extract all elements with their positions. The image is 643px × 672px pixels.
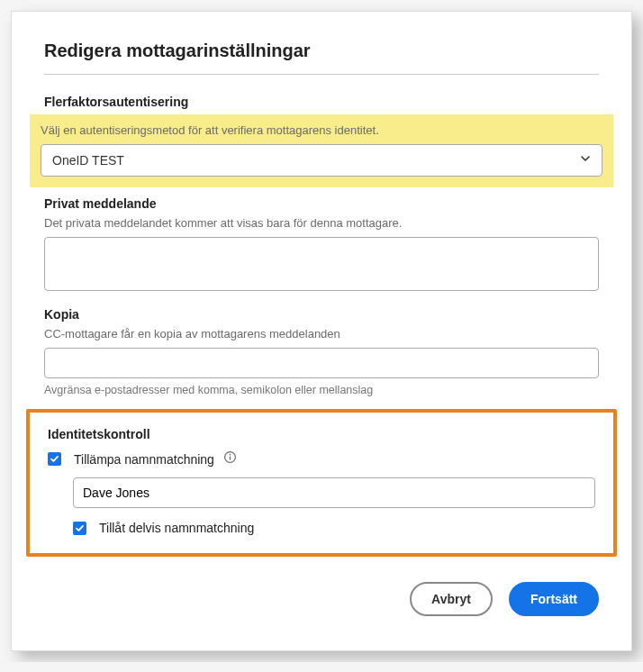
mfa-section-label: Flerfaktorsautentisering <box>44 95 599 109</box>
recipient-settings-modal: Redigera mottagarinställningar Flerfakto… <box>11 11 632 651</box>
allow-partial-row: Tillåt delvis namnmatchning <box>73 521 595 535</box>
mfa-helper-text: Välj en autentiseringsmetod för att veri… <box>41 123 602 137</box>
apply-name-match-row: Tillämpa namnmatchning <box>48 450 595 467</box>
cc-helper: CC-mottagare får en kopia av mottagarens… <box>44 327 599 341</box>
private-message-input[interactable] <box>44 237 599 291</box>
allow-partial-label: Tillåt delvis namnmatchning <box>99 521 254 535</box>
svg-point-1 <box>229 454 231 456</box>
cc-hint: Avgränsa e-postadresser med komma, semik… <box>44 384 599 396</box>
mfa-select[interactable]: OneID TEST <box>41 144 602 177</box>
cc-label: Kopia <box>44 307 599 322</box>
apply-name-match-checkbox[interactable] <box>48 452 61 466</box>
allow-partial-checkbox[interactable] <box>73 522 86 535</box>
cc-input[interactable] <box>44 348 599 378</box>
private-message-label: Privat meddelande <box>44 196 599 211</box>
private-message-helper: Det privata meddelandet kommer att visas… <box>44 216 599 230</box>
mfa-highlight-region: Välj en autentiseringsmetod för att veri… <box>30 114 613 187</box>
name-input-wrap <box>73 477 595 508</box>
identity-control-section: Identitetskontroll Tillämpa namnmatchnin… <box>26 409 617 557</box>
mfa-select-value[interactable]: OneID TEST <box>41 144 602 177</box>
cancel-button[interactable]: Avbryt <box>410 582 493 616</box>
svg-rect-2 <box>230 456 231 459</box>
continue-button[interactable]: Fortsätt <box>509 582 599 616</box>
modal-title: Redigera mottagarinställningar <box>44 41 599 75</box>
identity-label: Identitetskontroll <box>48 427 595 441</box>
name-match-input[interactable] <box>73 477 595 508</box>
modal-footer: Avbryt Fortsätt <box>44 582 599 616</box>
apply-name-match-label: Tillämpa namnmatchning <box>74 450 237 467</box>
apply-name-match-text: Tillämpa namnmatchning <box>74 452 214 467</box>
info-icon[interactable] <box>223 450 237 464</box>
